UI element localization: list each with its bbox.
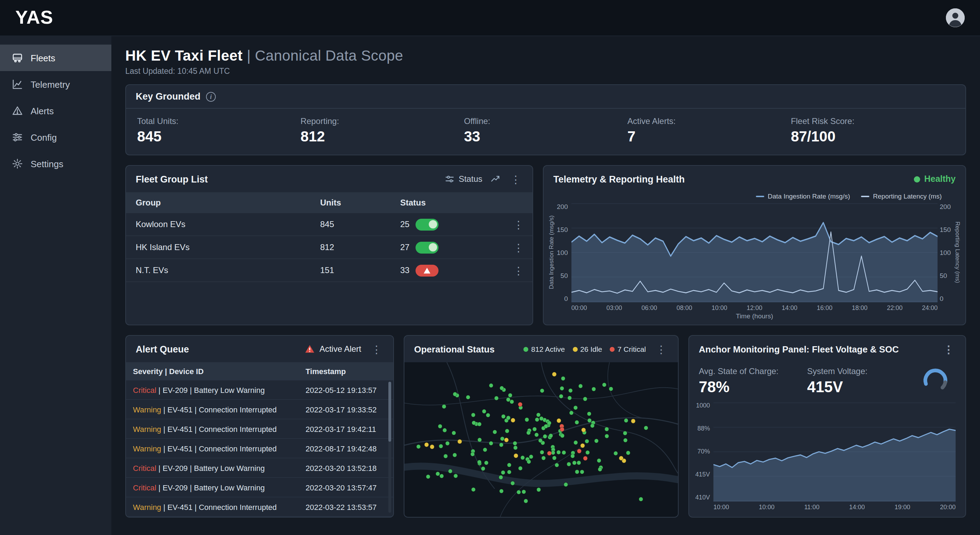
legend-item: Reporting Latency (ms) [861, 192, 942, 200]
group-name: N.T. EVs [126, 265, 320, 275]
legend-item: Data Ingestion Rate (msg/s) [756, 192, 850, 200]
map-legend-label: 812 Active [531, 345, 565, 353]
sidebar-item-label: Settings [30, 158, 63, 169]
group-name: HK Island EVs [126, 243, 320, 252]
map-panel-menu-button[interactable]: ⋮ [654, 344, 668, 354]
kpi-value: 812 [301, 128, 464, 145]
fleet-group-row[interactable]: Kowloon EVs84525⋮ [126, 213, 533, 236]
stat-value: 78% [699, 378, 800, 396]
kpi-item: Fleet Risk Score:87/100 [791, 117, 954, 145]
legend-dot-icon [523, 347, 528, 351]
telemetry-panel: Telemetry & Reporting Health Healthy Dat… [543, 165, 966, 325]
soc-y-tick: 88% [695, 425, 710, 432]
y-tick: 0 [557, 295, 568, 302]
kpi-label: Offline: [464, 117, 627, 126]
user-avatar[interactable] [946, 8, 965, 27]
x-tick: 03:00 [606, 304, 622, 312]
sidebar-item-alerts[interactable]: Alerts [0, 97, 111, 124]
soc-gauge [916, 366, 956, 391]
y-tick: 200 [940, 203, 951, 210]
alert-queue-title: Alert Queue [136, 344, 189, 354]
right-axis-ticks: 200150100500 [937, 203, 954, 321]
soc-x-ticks: 10:0010:0011:0014:0019:0020:00 [713, 504, 956, 511]
alert-timestamp: 2022-03-17 19:42:11 [305, 425, 386, 433]
telemetry-legend: Data Ingestion Rate (msg/s)Reporting Lat… [544, 192, 966, 201]
info-icon[interactable]: i [206, 92, 216, 101]
alert-severity: Warning [133, 444, 161, 452]
alert-timestamp: 2022-03-22 13:53:57 [305, 503, 386, 511]
soc-chart [713, 402, 956, 501]
status-alert-pill[interactable] [416, 264, 439, 276]
alert-description: Warning | EV-451 | Connection Interrupte… [133, 444, 305, 452]
left-axis-title: Data Ingestion Rate (msg/s) [548, 203, 555, 321]
row-menu-button[interactable]: ⋮ [512, 265, 525, 276]
person-icon [946, 8, 965, 27]
soc-x-tick: 11:00 [804, 504, 819, 511]
anchor-panel-menu-button[interactable]: ⋮ [942, 344, 956, 354]
alerts-icon [12, 105, 23, 117]
fleet-map[interactable] [404, 362, 678, 517]
status-toggle[interactable] [416, 241, 439, 253]
alert-row[interactable]: Critical | EV-209 | Battery Low Warning2… [126, 380, 393, 400]
map-legend-label: 7 Critical [617, 345, 646, 353]
alert-row[interactable]: Critical | EV-209 | Battery Low Warning2… [126, 478, 393, 497]
y-tick: 0 [940, 295, 951, 302]
alert-timestamp: 2022-05-12 19:13:57 [305, 386, 386, 394]
kpi-panel-title: Key Grounded [136, 91, 200, 102]
alert-row[interactable]: Warning | EV-451 | Connection Interrupte… [126, 400, 393, 419]
sidebar-item-config[interactable]: Config [0, 124, 111, 150]
group-units: 845 [320, 219, 400, 229]
legend-dot-icon [573, 347, 578, 351]
y-tick: 200 [557, 203, 568, 210]
fleet-group-row[interactable]: N.T. EVs15133⋮ [126, 259, 533, 282]
alert-timestamp: 2022-03-20 13:57:47 [305, 483, 386, 492]
alert-severity: Warning [133, 503, 161, 511]
alert-scrollbar-thumb[interactable] [388, 382, 391, 442]
group-status-count: 27 [400, 243, 410, 252]
group-units: 812 [320, 243, 400, 252]
sidebar-item-telemetry[interactable]: Telemetry [0, 71, 111, 97]
main-content: HK EV Taxi Fleet | Canonical Data Scope … [111, 36, 980, 535]
alert-timestamp: 2022-03-17 19:33:52 [305, 405, 386, 414]
x-axis-ticks: 00:0003:0006:0008:0010:0012:0014:0016:00… [571, 304, 938, 312]
row-menu-button[interactable]: ⋮ [512, 219, 525, 230]
kpi-value: 87/100 [791, 128, 954, 145]
kpi-item: Offline:33 [464, 117, 627, 145]
fleet-group-row[interactable]: HK Island EVs81227⋮ [126, 236, 533, 259]
legend-label: Reporting Latency (ms) [873, 192, 942, 200]
alert-row[interactable]: Warning | EV-451 | Connection Interrupte… [126, 419, 393, 439]
status-filter-button[interactable]: Status [445, 174, 482, 184]
x-tick: 18:00 [852, 304, 868, 312]
page-subtitle: | Canonical Data Scope [247, 47, 403, 63]
alert-row[interactable]: Critical | EV-209 | Battery Low Warning2… [126, 458, 393, 478]
trend-button[interactable] [491, 174, 500, 184]
healthy-dot-icon [914, 176, 920, 182]
alert-description: Critical | EV-209 | Battery Low Warning [133, 483, 305, 492]
app-logo: YAS [15, 7, 53, 29]
alert-severity: Critical [133, 386, 156, 394]
sidebar-item-fleets[interactable]: Fleets [0, 45, 111, 71]
alert-severity: Critical [133, 463, 156, 472]
map-legend-item: 812 Active [523, 345, 565, 353]
alert-scrollbar-track[interactable] [388, 382, 391, 513]
alert-queue-panel: Alert Queue Active Alert ⋮ Severity | De… [125, 335, 394, 517]
alert-table-header: Severity | Device ID Timestamp [126, 362, 393, 380]
sidebar-item-label: Telemetry [30, 79, 70, 89]
alert-severity: Warning [133, 425, 161, 433]
column-header-group: Group [126, 198, 320, 208]
row-menu-button[interactable]: ⋮ [512, 242, 525, 252]
anchor-monitoring-panel: Anchor Monitoring Panel: Fleet Voltage &… [688, 335, 966, 517]
alert-row[interactable]: Warning | EV-451 | Connection Interrupte… [126, 439, 393, 458]
fleet-panel-menu-button[interactable]: ⋮ [509, 174, 523, 184]
map-legend: 812 Active26 Idle7 Critical [523, 345, 646, 353]
sliders-icon [445, 174, 455, 184]
status-toggle[interactable] [416, 219, 439, 230]
legend-dot-icon [610, 347, 614, 351]
column-header-status: Status [400, 198, 504, 208]
sidebar-item-settings[interactable]: Settings [0, 150, 111, 177]
x-tick: 22:00 [887, 304, 902, 312]
alert-panel-menu-button[interactable]: ⋮ [369, 344, 383, 354]
config-icon [12, 132, 23, 143]
y-tick: 150 [940, 226, 951, 233]
alert-row[interactable]: Warning | EV-451 | Connection Interrupte… [126, 497, 393, 517]
